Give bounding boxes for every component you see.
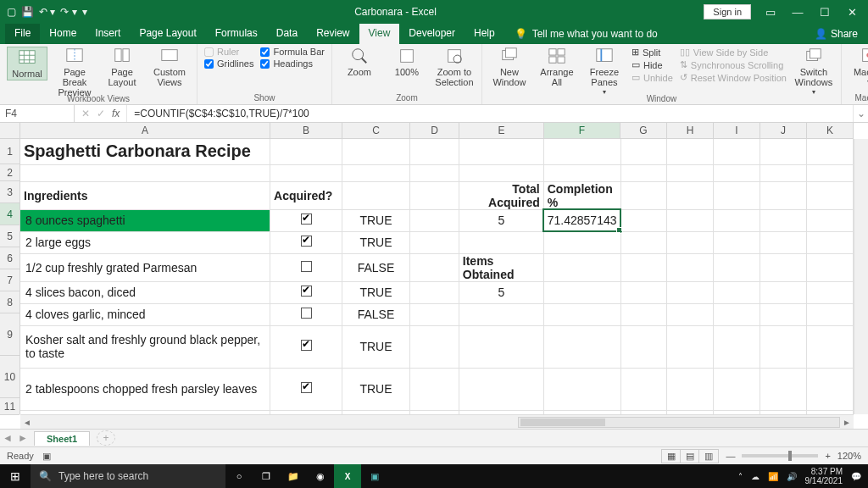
row-header-1[interactable]: 1 bbox=[0, 139, 19, 164]
cell-E8[interactable] bbox=[459, 303, 543, 325]
cell-J2[interactable] bbox=[760, 164, 807, 181]
cell-H7[interactable] bbox=[667, 281, 714, 303]
sheet-nav-prev[interactable]: ◄ bbox=[0, 432, 15, 444]
page-layout-button[interactable]: Page Layout bbox=[102, 47, 142, 87]
cell-D3[interactable] bbox=[409, 181, 459, 209]
tell-me[interactable]: 💡 Tell me what you want to do bbox=[504, 24, 658, 44]
cell-E9[interactable] bbox=[459, 325, 543, 368]
row-header-4[interactable]: 4 bbox=[0, 203, 19, 225]
cell-I9[interactable] bbox=[714, 325, 760, 368]
col-header-H[interactable]: H bbox=[667, 123, 714, 138]
cell-C7[interactable]: TRUE bbox=[342, 281, 410, 303]
macros-button[interactable]: Macros▾ bbox=[849, 47, 868, 86]
hide-button[interactable]: ▭ Hide bbox=[632, 59, 673, 70]
cell-B3[interactable]: Acquired? bbox=[270, 181, 342, 209]
cell-C5[interactable]: TRUE bbox=[342, 231, 410, 253]
cell-D6[interactable] bbox=[409, 253, 459, 281]
cell-K2[interactable] bbox=[807, 164, 854, 181]
cell-H4[interactable] bbox=[667, 209, 714, 231]
page-break-view-icon[interactable]: ▥ bbox=[699, 450, 718, 463]
sign-in-button[interactable]: Sign in bbox=[704, 4, 751, 19]
cell-C10[interactable]: TRUE bbox=[342, 368, 410, 410]
cell-D10[interactable] bbox=[409, 368, 459, 410]
new-window-button[interactable]: New Window bbox=[489, 47, 530, 87]
row-header-7[interactable]: 7 bbox=[0, 269, 19, 291]
cell-I10[interactable] bbox=[714, 368, 760, 410]
tab-developer[interactable]: Developer bbox=[399, 24, 465, 44]
cell-E2[interactable] bbox=[459, 164, 543, 181]
tab-data[interactable]: Data bbox=[267, 24, 307, 44]
checkbox-B7[interactable] bbox=[301, 286, 312, 297]
tab-help[interactable]: Help bbox=[465, 24, 504, 44]
col-header-B[interactable]: B bbox=[270, 123, 342, 138]
normal-view-button[interactable]: Normal bbox=[7, 47, 47, 80]
horizontal-scrollbar[interactable]: ◄ ► bbox=[20, 414, 854, 429]
chrome-icon[interactable]: ◉ bbox=[307, 464, 334, 488]
formula-bar-checkbox[interactable]: Formula Bar bbox=[260, 47, 325, 57]
cell-J7[interactable] bbox=[760, 281, 807, 303]
cell-G6[interactable] bbox=[620, 253, 667, 281]
cell-E3[interactable]: Total Acquired bbox=[459, 181, 543, 209]
cell-D8[interactable] bbox=[409, 303, 459, 325]
sheet-tab-sheet1[interactable]: Sheet1 bbox=[34, 431, 90, 446]
cell-C4[interactable]: TRUE bbox=[342, 209, 410, 231]
start-button[interactable]: ⊞ bbox=[0, 469, 31, 483]
cell-C8[interactable]: FALSE bbox=[342, 303, 410, 325]
cell-A9[interactable]: Kosher salt and freshly ground black pep… bbox=[20, 325, 270, 368]
cell-F8[interactable] bbox=[543, 303, 620, 325]
cell-H8[interactable] bbox=[667, 303, 714, 325]
cell-K3[interactable] bbox=[807, 181, 854, 209]
col-header-A[interactable]: A bbox=[20, 123, 270, 138]
checkbox-B5[interactable] bbox=[301, 236, 312, 247]
cell-B5[interactable] bbox=[270, 231, 342, 253]
cell-D9[interactable] bbox=[409, 325, 459, 368]
tab-view[interactable]: View bbox=[359, 24, 400, 44]
zoom-level[interactable]: 120% bbox=[837, 451, 861, 461]
zoom-out-button[interactable]: — bbox=[726, 451, 735, 461]
checkbox-B4[interactable] bbox=[301, 214, 312, 225]
cell-K1[interactable] bbox=[807, 139, 854, 164]
cell-C3[interactable] bbox=[342, 181, 410, 209]
cell-I8[interactable] bbox=[714, 303, 760, 325]
cell-F10[interactable] bbox=[543, 368, 620, 410]
app-icon[interactable]: ▣ bbox=[361, 464, 388, 488]
row-header-2[interactable]: 2 bbox=[0, 164, 19, 181]
undo-icon[interactable]: ↶ ▾ bbox=[39, 6, 55, 18]
page-break-preview-button[interactable]: Page Break Preview bbox=[54, 47, 95, 97]
cell-E6[interactable]: Items Obtained bbox=[459, 253, 543, 281]
cell-G3[interactable] bbox=[620, 181, 667, 209]
zoom-slider[interactable] bbox=[742, 454, 818, 458]
cell-A6[interactable]: 1/2 cup freshly grated Parmesan bbox=[20, 253, 270, 281]
zoom-in-button[interactable]: + bbox=[825, 451, 830, 461]
cell-G9[interactable] bbox=[620, 325, 667, 368]
tab-insert[interactable]: Insert bbox=[86, 24, 130, 44]
cell-I4[interactable] bbox=[714, 209, 760, 231]
cell-K8[interactable] bbox=[807, 303, 854, 325]
gridlines-checkbox[interactable]: Gridlines bbox=[204, 58, 253, 69]
fx-icon[interactable]: fx bbox=[112, 108, 120, 119]
cell-F1[interactable] bbox=[543, 139, 620, 164]
cell-F7[interactable] bbox=[543, 281, 620, 303]
add-sheet-button[interactable]: + bbox=[97, 430, 115, 446]
tab-page-layout[interactable]: Page Layout bbox=[130, 24, 205, 44]
cell-I3[interactable] bbox=[714, 181, 760, 209]
switch-windows-button[interactable]: Switch Windows▾ bbox=[793, 47, 834, 97]
view-shortcuts[interactable]: ▦ ▤ ▥ bbox=[661, 449, 719, 463]
close-icon[interactable]: ✕ bbox=[844, 6, 860, 19]
tab-file[interactable]: File bbox=[5, 24, 40, 44]
arrange-all-button[interactable]: Arrange All bbox=[537, 47, 577, 87]
cell-B9[interactable] bbox=[270, 325, 342, 368]
col-header-F[interactable]: F bbox=[544, 123, 620, 138]
headings-checkbox[interactable]: Headings bbox=[260, 58, 325, 69]
save-icon[interactable]: 💾 bbox=[21, 6, 34, 18]
checkbox-B9[interactable] bbox=[301, 340, 312, 351]
cell-E10[interactable] bbox=[459, 368, 543, 410]
cell-H5[interactable] bbox=[667, 231, 714, 253]
checkbox-B6[interactable] bbox=[301, 261, 312, 272]
col-header-K[interactable]: K bbox=[807, 123, 854, 138]
col-header-C[interactable]: C bbox=[342, 123, 410, 138]
row-header-5[interactable]: 5 bbox=[0, 225, 19, 247]
row-header-6[interactable]: 6 bbox=[0, 247, 19, 269]
formula-input[interactable]: =COUNTIF($C$4:$C$10,TRUE)/7*100 bbox=[127, 108, 853, 119]
col-header-G[interactable]: G bbox=[620, 123, 667, 138]
